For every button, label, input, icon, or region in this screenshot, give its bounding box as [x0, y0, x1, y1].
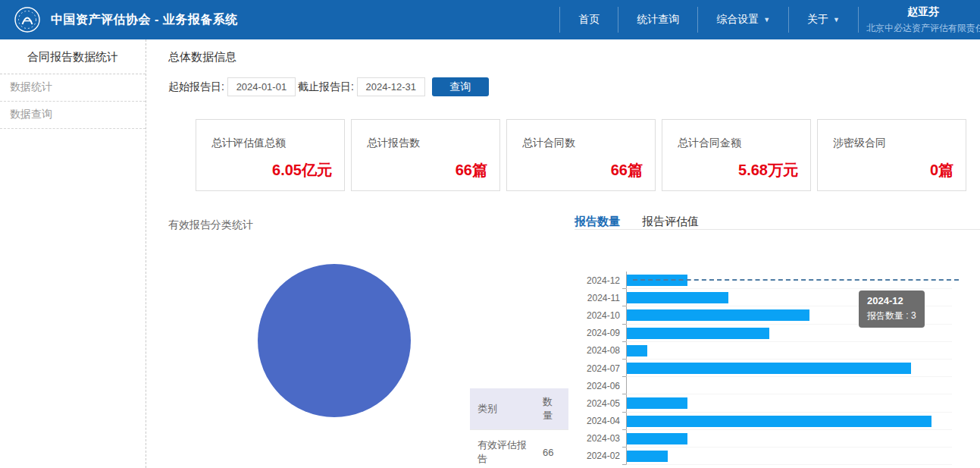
pie-chart[interactable] [258, 264, 411, 417]
nav-item-general-settings[interactable]: 综合设置 ▼ [698, 0, 788, 39]
stat-cards: 总计评估值总额 6.05亿元 总计报告数 66篇 总计合同数 66篇 总计合同金… [196, 119, 966, 191]
page-title: 总体数据信息 [168, 50, 980, 64]
bar[interactable] [627, 345, 647, 356]
y-axis-label: 2024-04 [575, 416, 626, 426]
bar[interactable] [627, 451, 668, 462]
y-axis-label: 2024-02 [575, 451, 626, 461]
stat-value: 0篇 [930, 160, 953, 181]
y-axis-label: 2024-03 [575, 433, 626, 444]
bar-plot-band [626, 360, 952, 377]
bar[interactable] [627, 416, 931, 427]
end-date-input[interactable] [357, 77, 425, 96]
nav-item-about[interactable]: 关于 ▼ [789, 0, 858, 39]
tab-report-appraised-value[interactable]: 报告评估值 [642, 215, 699, 229]
bar-plot-band [626, 306, 952, 324]
table-header-count: 数量 [535, 388, 568, 430]
stat-value: 66篇 [611, 160, 643, 181]
bar-plot-band [626, 289, 952, 306]
y-axis-label: 2024-08 [575, 345, 626, 356]
table-header-category: 类别 [470, 388, 535, 430]
bar-plot-band [626, 430, 952, 448]
bar-row: 2024-06 [575, 377, 980, 394]
bar-rows: 2024-122024-112024-102024-092024-082024-… [575, 272, 980, 465]
bar-plot-band [626, 377, 952, 394]
sidebar-title: 合同报告数据统计 [0, 39, 146, 74]
bar-plot-band [626, 325, 952, 342]
bar-plot-band [626, 394, 952, 412]
bar[interactable] [627, 292, 728, 303]
bar-row: 2024-10 [575, 306, 980, 324]
nav-item-home[interactable]: 首页 [560, 0, 618, 39]
query-button[interactable]: 查询 [432, 77, 489, 96]
y-axis-label: 2024-10 [575, 310, 626, 321]
top-navigation: 首页 统计查询 综合设置 ▼ 关于 ▼ 赵亚芬 北京中必达资产评估有限责任公 [559, 0, 980, 39]
main-content: 总体数据信息 起始报告日: 截止报告日: 查询 总计评估值总额 6.05亿元 总… [146, 39, 980, 468]
stat-value: 5.68万元 [738, 160, 798, 181]
report-bar-chart-panel: 报告数量 报告评估值 2024-122024-112024-102024-092… [575, 212, 980, 465]
end-date-label: 截止报告日: [298, 80, 354, 94]
bar-row: 2024-03 [575, 430, 980, 448]
sidebar: 合同报告数据统计 数据统计 数据查询 [0, 39, 146, 468]
bar-plot-band [626, 272, 952, 289]
sidebar-item-data-statistics[interactable]: 数据统计 [0, 74, 146, 102]
bar-row: 2024-04 [575, 413, 980, 430]
bar-row: 2024-02 [575, 448, 980, 465]
bar-row: 2024-11 [575, 289, 980, 306]
bar-row: 2024-05 [575, 394, 980, 412]
bar[interactable] [627, 328, 769, 339]
bar-row: 2024-08 [575, 342, 980, 360]
bar-plot-band [626, 448, 952, 465]
nav-item-statistics-query[interactable]: 统计查询 [618, 0, 697, 39]
start-date-label: 起始报告日: [168, 80, 224, 94]
stat-value: 66篇 [456, 160, 487, 181]
chevron-down-icon: ▼ [763, 16, 770, 24]
stat-card-total-reports: 总计报告数 66篇 [351, 119, 500, 191]
y-axis-label: 2024-11 [575, 293, 626, 303]
chart-tabs: 报告数量 报告评估值 [575, 212, 980, 230]
chevron-down-icon: ▼ [833, 16, 840, 24]
user-name: 赵亚芬 [866, 5, 980, 19]
table-row: 有效评估报告 66 [470, 430, 568, 468]
bar-row: 2024-12 [575, 272, 980, 289]
top-navbar: 中国资产评估协会 - 业务报备系统 首页 统计查询 综合设置 ▼ 关于 ▼ 赵亚… [0, 0, 980, 39]
bar-chart: 2024-122024-112024-102024-092024-082024-… [575, 272, 980, 465]
bar[interactable] [627, 433, 687, 444]
y-axis-label: 2024-06 [575, 381, 626, 391]
y-axis-label: 2024-12 [575, 275, 626, 286]
y-axis-label: 2024-07 [575, 363, 626, 374]
stat-card-total-contract-amount: 总计合同金额 5.68万元 [662, 119, 811, 191]
stat-card-total-appraised-value: 总计评估值总额 6.05亿元 [196, 119, 345, 191]
stat-card-classified-contracts: 涉密级合同 0篇 [817, 119, 966, 191]
app-title: 中国资产评估协会 - 业务报备系统 [51, 12, 238, 28]
y-axis-label: 2024-09 [575, 328, 626, 338]
bar[interactable] [627, 309, 809, 321]
bar[interactable] [627, 363, 911, 374]
date-filter-bar: 起始报告日: 截止报告日: 查询 [168, 77, 980, 96]
tab-report-count[interactable]: 报告数量 [575, 215, 620, 229]
start-date-input[interactable] [227, 77, 296, 96]
association-seal-icon [14, 6, 41, 33]
stat-value: 6.05亿元 [272, 160, 332, 181]
sidebar-item-data-query[interactable]: 数据查询 [0, 102, 146, 129]
bar[interactable] [627, 275, 687, 286]
bar-row: 2024-07 [575, 360, 980, 377]
category-table: 类别 数量 有效评估报告 66 有效咨询报告 0 [470, 388, 568, 468]
brand: 中国资产评估协会 - 业务报备系统 [0, 6, 238, 33]
stat-card-total-contracts: 总计合同数 66篇 [506, 119, 656, 191]
bar-plot-band [626, 342, 952, 360]
bar-row: 2024-09 [575, 325, 980, 342]
user-menu[interactable]: 赵亚芬 北京中必达资产评估有限责任公 [859, 0, 980, 39]
bar[interactable] [627, 397, 687, 409]
valid-report-classification-panel: 有效报告分类统计 类别 数量 有效评估报告 66 [168, 212, 575, 448]
pie-chart-title: 有效报告分类统计 [168, 212, 575, 232]
user-organization: 北京中必达资产评估有限责任公 [866, 22, 980, 35]
bar-plot-band [626, 413, 952, 430]
y-axis-label: 2024-05 [575, 398, 626, 409]
